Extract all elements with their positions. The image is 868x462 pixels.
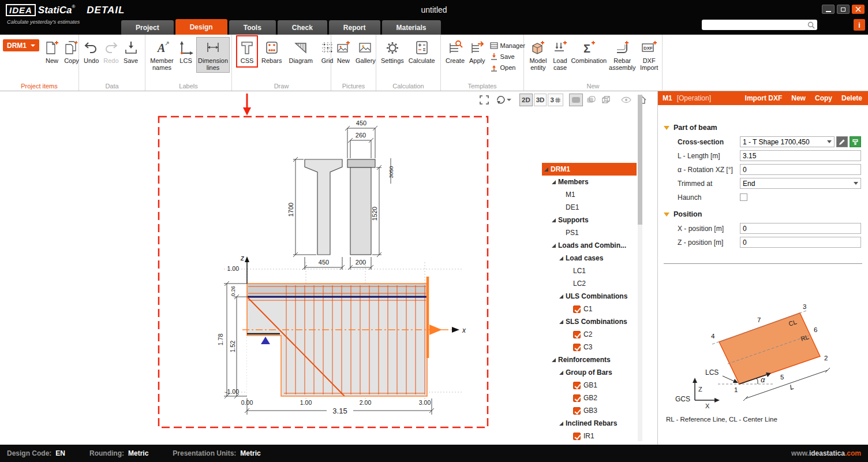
cross-section-preview-button[interactable]	[850, 136, 861, 147]
tree-item-inclined-rebars[interactable]: Inclined Rebars	[542, 417, 637, 430]
rotate-view-button[interactable]	[493, 94, 514, 106]
new-operation-button[interactable]: New	[791, 94, 806, 102]
rebar-assembly-button[interactable]: Rebar assembly	[608, 37, 637, 73]
tab-tools[interactable]: Tools	[229, 20, 276, 35]
import-dxf-button[interactable]: Import DXF	[745, 94, 783, 102]
dimension-lines-button[interactable]: Dimension lines	[196, 37, 230, 73]
create-template-button[interactable]: Create	[444, 37, 466, 66]
render-solid-button[interactable]	[569, 94, 583, 106]
model-entity-button[interactable]: Model entity	[527, 37, 549, 73]
website-link[interactable]: www.ideastatica.com	[791, 449, 861, 457]
view-2d-button[interactable]: 2D	[519, 94, 533, 106]
rebars-button[interactable]: Rebars	[260, 37, 283, 66]
redo-button[interactable]: Redo	[102, 37, 120, 66]
haunch-checkbox[interactable]	[740, 193, 747, 201]
diagram-button[interactable]: Diagram	[287, 37, 315, 66]
tree-item-lc1[interactable]: LC1	[542, 264, 637, 277]
tree-item-group-of-bars[interactable]: Group of Bars	[542, 366, 637, 379]
delete-operation-button[interactable]: Delete	[841, 94, 862, 102]
view-3d-button[interactable]: 3D	[534, 94, 547, 106]
close-button[interactable]	[852, 5, 865, 14]
expander-icon[interactable]	[559, 295, 563, 299]
tree-item-members[interactable]: Members	[542, 176, 637, 188]
tree-item-uls-combinations[interactable]: ULS Combinations	[542, 290, 637, 303]
copy-project-item-button[interactable]: Copy	[62, 37, 81, 66]
save-template-button[interactable]: Save	[490, 53, 525, 61]
new-picture-button[interactable]: New	[334, 37, 353, 66]
tab-report[interactable]: Report	[329, 20, 380, 35]
checkbox-checked-icon[interactable]	[573, 305, 581, 313]
cross-section-dropdown[interactable]: 1 - T Shape 1700,450	[740, 136, 835, 147]
settings-button[interactable]: Settings	[379, 37, 406, 66]
copy-operation-button[interactable]: Copy	[815, 94, 832, 102]
tree-item-gb1[interactable]: GB1	[542, 379, 637, 392]
load-case-button[interactable]: Load case	[551, 37, 570, 73]
restore-button[interactable]	[837, 5, 850, 14]
tree-item-drm1[interactable]: DRM1	[542, 163, 637, 176]
undo-button[interactable]: Undo	[82, 37, 100, 66]
expander-icon[interactable]	[559, 371, 563, 375]
tree-item-c3[interactable]: C3	[542, 341, 637, 353]
tree-item-supports[interactable]: Supports	[542, 214, 637, 226]
section-expander-icon[interactable]	[664, 126, 669, 130]
trimmed-at-select[interactable]: End	[740, 178, 861, 189]
expander-icon[interactable]	[559, 256, 563, 260]
x-position-input[interactable]	[740, 223, 861, 234]
member-names-button[interactable]: A Member names	[148, 37, 175, 73]
save-button[interactable]: Save	[122, 37, 140, 66]
checkbox-checked-icon[interactable]	[573, 394, 581, 402]
scrollbar-thumb[interactable]	[638, 95, 642, 225]
expander-icon[interactable]	[559, 422, 563, 426]
tree-item-loads-and-combinations[interactable]: Loads and Combin...	[542, 239, 637, 252]
tab-materials[interactable]: Materials	[382, 20, 441, 35]
tree-item-c1[interactable]: C1	[542, 303, 637, 315]
checkbox-checked-icon[interactable]	[573, 407, 581, 415]
tree-item-m1[interactable]: M1	[542, 188, 637, 201]
tree-scrollbar[interactable]	[638, 95, 642, 441]
canvas[interactable]: 450 260 1700 1520 3050 450 200	[0, 91, 657, 445]
expander-icon[interactable]	[552, 244, 556, 248]
info-button[interactable]: i	[854, 19, 865, 31]
tab-check[interactable]: Check	[278, 20, 327, 35]
search-input[interactable]	[704, 21, 807, 29]
project-item-dropdown[interactable]: DRM1	[3, 39, 39, 51]
calculate-button[interactable]: Calculate	[407, 37, 437, 66]
tree-item-gb2[interactable]: GB2	[542, 392, 637, 404]
tree-item-lc2[interactable]: LC2	[542, 277, 637, 290]
render-transparent-button[interactable]	[584, 94, 598, 106]
tree-item-sls-combinations[interactable]: SLS Combinations	[542, 315, 637, 328]
length-input[interactable]	[740, 150, 861, 161]
tree-item-load-cases[interactable]: Load cases	[542, 252, 637, 264]
expander-icon[interactable]	[552, 218, 556, 222]
fit-view-button[interactable]	[477, 94, 492, 106]
edit-cross-section-button[interactable]	[836, 136, 848, 147]
tree-item-gb3[interactable]: GB3	[542, 404, 637, 417]
checkbox-checked-icon[interactable]	[573, 433, 581, 440]
expander-icon[interactable]	[552, 180, 556, 184]
checkbox-checked-icon[interactable]	[573, 344, 581, 351]
minimize-button[interactable]	[822, 5, 835, 14]
render-wireframe-button[interactable]	[599, 94, 613, 106]
tab-design[interactable]: Design	[175, 19, 227, 35]
css-button[interactable]: CSS	[238, 37, 256, 66]
checkbox-checked-icon[interactable]	[573, 382, 581, 389]
dxf-import-button[interactable]: DXF DXF Import	[638, 37, 660, 73]
expander-icon[interactable]	[544, 167, 548, 172]
tree-item-reinforcements[interactable]: Reinforcements	[542, 353, 637, 366]
tree-item-c2[interactable]: C2	[542, 328, 637, 341]
apply-template-button[interactable]: Apply	[467, 37, 487, 66]
open-template-button[interactable]: Open	[490, 64, 525, 72]
lcs-button[interactable]: LCS	[177, 37, 195, 66]
new-project-item-button[interactable]: New	[43, 37, 61, 66]
template-manager-button[interactable]: Manager	[490, 42, 525, 50]
view-axonometry-button[interactable]: 3	[548, 94, 563, 106]
expander-icon[interactable]	[552, 358, 556, 362]
section-expander-icon[interactable]	[664, 213, 669, 217]
combination-button[interactable]: Σ Combination	[571, 37, 607, 66]
checkbox-checked-icon[interactable]	[573, 331, 581, 338]
gallery-button[interactable]: Gallery	[354, 37, 377, 66]
visibility-button[interactable]	[619, 94, 634, 106]
tree-item-ir1[interactable]: IR1	[542, 430, 637, 442]
expander-icon[interactable]	[559, 320, 563, 324]
tree-item-de1[interactable]: DE1	[542, 201, 637, 214]
